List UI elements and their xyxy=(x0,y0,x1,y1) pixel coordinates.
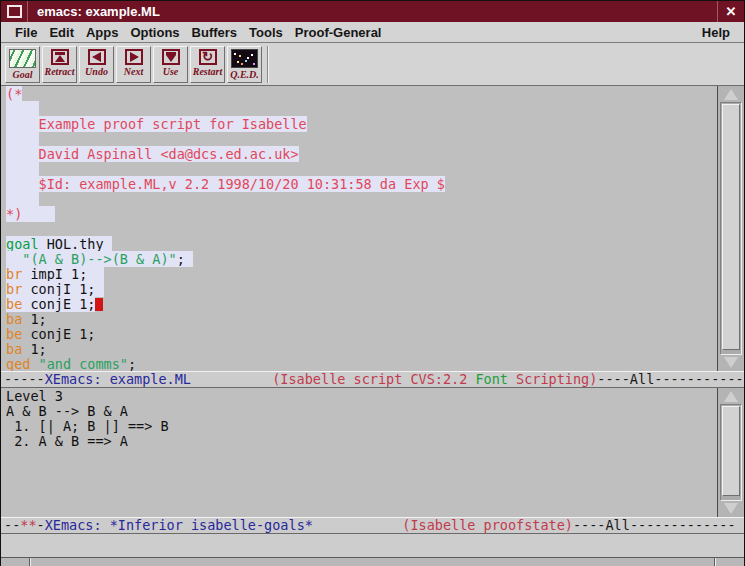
code-segment: be xyxy=(6,296,22,312)
code-line: (* xyxy=(6,87,717,102)
scrollbar-up-arrow-icon[interactable] xyxy=(721,390,742,403)
script-buffer-area: (* Example proof script for Isabelle Dav… xyxy=(1,86,744,371)
code-segment: *) xyxy=(6,206,55,222)
toolbar-button-retract[interactable]: Retract xyxy=(42,46,77,83)
code-segment: 1; xyxy=(22,311,46,327)
modeline-segment xyxy=(191,371,272,387)
modeline-goals-buffer: --**-XEmacs: *Inferior isabelle-goals* (… xyxy=(1,517,744,534)
next-arrow-icon xyxy=(125,49,143,65)
window-resize-frame[interactable] xyxy=(1,557,744,566)
menu-item-options[interactable]: Options xyxy=(124,25,185,40)
code-line: *) xyxy=(6,207,717,222)
use-arrow-icon xyxy=(162,49,180,65)
modeline-segment: -- xyxy=(4,517,20,533)
goals-buffer-area: Level 3A & B --> B & A 1. [| A; B |] ==>… xyxy=(1,388,744,517)
window-menu-icon xyxy=(7,5,22,18)
xemacs-window: emacs: example.ML ✕ FileEditAppsOptionsB… xyxy=(0,0,745,566)
code-line: qed "and_comms"; xyxy=(6,357,717,371)
menu-item-edit[interactable]: Edit xyxy=(43,25,80,40)
menu-item-tools[interactable]: Tools xyxy=(243,25,289,40)
toolbar-button-restart[interactable]: ↻Restart xyxy=(190,46,225,83)
menu-item-buffers[interactable]: Buffers xyxy=(186,25,244,40)
code-line: br conjI 1; xyxy=(6,282,717,297)
goals-buffer[interactable]: Level 3A & B --> B & A 1. [| A; B |] ==>… xyxy=(1,388,717,517)
toolbar-button-q-e-d[interactable]: Q.E.D. xyxy=(227,46,262,83)
code-segment: qed xyxy=(6,356,30,371)
code-segment: Example proof script for Isabelle xyxy=(6,116,307,132)
close-icon: ✕ xyxy=(726,4,737,19)
code-segment: $Id: example.ML,v 2.2 1998/10/20 10:31:5… xyxy=(6,176,445,192)
modeline-segment: XEmacs: *Inferior isabelle-goals* xyxy=(45,517,313,533)
toolbar-button-goal[interactable]: Goal xyxy=(5,46,40,83)
code-segment: conjE 1; xyxy=(22,326,95,342)
code-segment: 1; xyxy=(22,341,46,357)
code-line xyxy=(6,102,717,117)
modeline-segment xyxy=(313,517,402,533)
modeline-segment: Font xyxy=(475,371,508,387)
code-line: goal HOL.thy xyxy=(6,237,717,252)
code-line: David Aspinall <da@dcs.ed.ac.uk> xyxy=(6,147,717,162)
code-segment xyxy=(6,191,39,207)
modeline-script-buffer: -----XEmacs: example.ML (Isabelle script… xyxy=(1,371,744,388)
scrollbar-thumb[interactable] xyxy=(722,406,740,496)
code-line xyxy=(6,162,717,177)
modeline-segment: - xyxy=(37,517,45,533)
close-button[interactable]: ✕ xyxy=(717,1,744,22)
toolbar-separator xyxy=(267,46,269,83)
code-segment: "and_comms" xyxy=(39,356,128,371)
scrollbar-track[interactable] xyxy=(720,102,742,355)
code-segment: ; xyxy=(177,251,193,267)
code-line: br impI 1; xyxy=(6,267,717,282)
scrollbar-track[interactable] xyxy=(720,404,742,501)
goals-line: 2. A & B ==> A xyxy=(6,434,717,449)
goal-script-icon xyxy=(9,49,36,68)
code-line: $Id: example.ML,v 2.2 1998/10/20 10:31:5… xyxy=(6,177,717,192)
toolbar-button-label: Q.E.D. xyxy=(230,69,259,80)
code-line: be conjE 1; xyxy=(6,297,717,312)
script-buffer[interactable]: (* Example proof script for Isabelle Dav… xyxy=(1,86,717,371)
resize-corner-divider xyxy=(714,558,716,566)
menu-item-apps[interactable]: Apps xyxy=(80,25,125,40)
code-segment xyxy=(6,131,39,147)
menu-item-proof-general[interactable]: Proof-General xyxy=(289,25,388,40)
code-line: ba 1; xyxy=(6,312,717,327)
scrollbar-down-arrow-icon[interactable] xyxy=(721,502,742,515)
toolbar-button-label: Goal xyxy=(13,69,33,80)
code-segment: ba xyxy=(6,311,22,327)
code-segment xyxy=(6,101,39,117)
goals-line: 1. [| A; B |] ==> B xyxy=(6,419,717,434)
code-segment xyxy=(30,356,38,371)
scrollbar-up-arrow-icon[interactable] xyxy=(721,88,742,101)
goals-line: Level 3 xyxy=(6,389,717,404)
scrollbar-down-arrow-icon[interactable] xyxy=(721,356,742,369)
modeline-segment: ** xyxy=(20,517,36,533)
retract-arrow-icon xyxy=(51,49,69,65)
scrollbar-thumb[interactable] xyxy=(722,104,740,350)
script-scrollbar[interactable] xyxy=(717,86,744,371)
modeline-segment: ----All----------- xyxy=(597,371,743,387)
text-cursor xyxy=(95,298,103,311)
menu-item-help[interactable]: Help xyxy=(696,25,736,40)
title-bar[interactable]: emacs: example.ML ✕ xyxy=(1,0,744,22)
toolbar-button-label: Retract xyxy=(45,66,75,77)
menu-help-group: Help xyxy=(696,23,736,41)
code-segment xyxy=(6,251,22,267)
code-line xyxy=(6,132,717,147)
goals-scrollbar[interactable] xyxy=(717,388,744,517)
toolbar-button-undo[interactable]: Undo xyxy=(79,46,114,83)
code-segment: David Aspinall <da@dcs.ed.ac.uk> xyxy=(6,146,299,162)
code-segment xyxy=(6,161,39,177)
window-title: emacs: example.ML xyxy=(28,1,717,22)
modeline-segment: ----All------------- xyxy=(573,517,736,533)
window-menu-button[interactable] xyxy=(1,1,28,22)
resize-corner-divider xyxy=(29,558,31,566)
code-segment: conjI 1; xyxy=(22,281,103,297)
minibuffer[interactable] xyxy=(1,534,744,557)
toolbar-button-use[interactable]: Use xyxy=(153,46,188,83)
undo-arrow-icon xyxy=(88,49,106,65)
code-segment: conjE 1; xyxy=(22,296,95,312)
code-segment: (* xyxy=(6,86,22,102)
menu-bar: FileEditAppsOptionsBuffersToolsProof-Gen… xyxy=(1,22,744,43)
toolbar-button-next[interactable]: Next xyxy=(116,46,151,83)
menu-item-file[interactable]: File xyxy=(9,25,43,40)
